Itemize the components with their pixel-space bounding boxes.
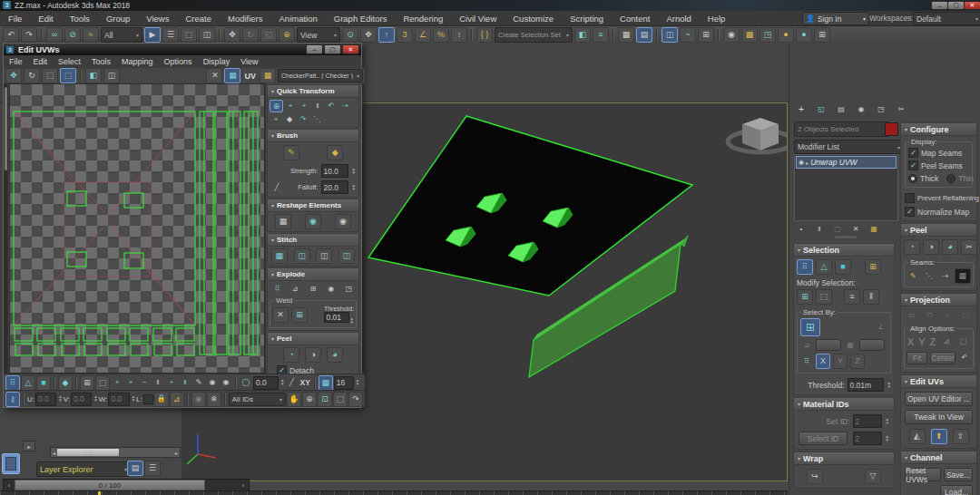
stitch-source-icon[interactable]: ◫	[316, 248, 332, 264]
brush-a-icon[interactable]: ◉	[206, 377, 219, 389]
object-name-field[interactable]: 2 Objects Selected	[794, 121, 889, 137]
rectangular-region-icon[interactable]: ⬚	[181, 27, 197, 43]
menu-edit[interactable]: Edit	[30, 12, 61, 25]
flatten-custom-icon[interactable]: ⠿	[270, 283, 283, 295]
axis-y-button[interactable]: Y	[833, 354, 848, 369]
rotate-cw-icon[interactable]: ↷	[297, 113, 309, 125]
menu-tools[interactable]: Tools	[62, 12, 98, 25]
menu-file[interactable]: File	[0, 12, 30, 25]
thin-radio[interactable]	[946, 174, 956, 183]
select-place-icon[interactable]: ⊕	[279, 27, 295, 43]
uvw-menu-select[interactable]: Select	[53, 56, 86, 67]
stitch-header[interactable]: ▾Stitch	[268, 234, 358, 247]
stitch-custom-icon[interactable]: ▦	[271, 248, 288, 264]
projection-header[interactable]: ▾Projection	[901, 294, 976, 306]
u-spinner[interactable]: 0.0	[35, 393, 56, 406]
menu-civil-view[interactable]: Civil View	[451, 12, 505, 25]
motion-tab[interactable]: ◉	[855, 103, 867, 115]
wrap-shield-icon[interactable]: ▽	[865, 469, 881, 484]
stitch-average-icon[interactable]: ◫	[294, 248, 310, 264]
window-crossing-icon[interactable]: ◫	[199, 27, 215, 43]
align-x-button[interactable]: X	[907, 336, 914, 347]
select-by-pivot-icon[interactable]: ⠿	[800, 355, 813, 367]
pin-stack-icon[interactable]: •	[795, 223, 808, 235]
break-icon[interactable]: ✕	[206, 68, 222, 83]
menu-rendering[interactable]: Rendering	[395, 12, 451, 25]
quick-peel-icon[interactable]: ◔	[904, 239, 920, 255]
vertex-mode-icon[interactable]: ⠿	[797, 259, 813, 275]
falloff-type-icon[interactable]: ╱	[285, 377, 298, 389]
align-normal-icon[interactable]: ⊿	[940, 335, 953, 347]
select-id-button[interactable]: Select ID	[799, 432, 848, 445]
quick-transform-header[interactable]: ▾Quick Transform	[268, 85, 358, 98]
uvw-minimize-button[interactable]: –	[306, 44, 323, 54]
select-scale-icon[interactable]: ◱	[260, 27, 277, 43]
linear-align-icon[interactable]: ◆	[283, 113, 296, 125]
spinner-snap-icon[interactable]: ↕	[451, 27, 467, 43]
layout-grid-icon[interactable]: ⊞	[814, 27, 830, 43]
normalize-map-checkbox[interactable]: ✓	[905, 207, 915, 217]
select-id-spinner[interactable]: 2	[853, 432, 882, 445]
uvw-close-button[interactable]: ✕	[342, 44, 359, 54]
brush-size-spinner[interactable]: 16	[334, 376, 354, 390]
uvw-menu-edit[interactable]: Edit	[28, 56, 54, 67]
uvw-menu-tools[interactable]: Tools	[86, 56, 116, 67]
reset-uvws-button[interactable]: Reset UVWs	[905, 468, 941, 481]
selection-filter-dropdown[interactable]: All▾	[101, 27, 142, 43]
edge-mode-icon[interactable]: △	[816, 259, 832, 275]
tweak-in-view-button[interactable]: Tweak In View	[905, 410, 973, 424]
paint-soft-select-icon[interactable]: ▦	[318, 375, 333, 391]
visibility-icon[interactable]: ◉	[799, 159, 804, 166]
face-mode-icon[interactable]: ■	[835, 259, 851, 275]
snap-toggle-icon[interactable]: 3	[397, 27, 413, 43]
menu-arnold[interactable]: Arnold	[658, 12, 699, 25]
align-pivot-icon[interactable]: ⊕	[270, 100, 283, 112]
v-spinner[interactable]: 0.0	[71, 393, 92, 406]
menu-animation[interactable]: Animation	[271, 12, 326, 25]
scroll-left-arrow[interactable]: ◂	[51, 450, 57, 456]
bind-spacewarp-icon[interactable]: ≈	[83, 27, 99, 43]
freeze-icon[interactable]: ❄	[207, 392, 221, 407]
falloff-spinner[interactable]: 20.0	[321, 180, 348, 194]
angle-snap-icon[interactable]: ∠	[415, 27, 431, 43]
modify-tab[interactable]: ◱	[815, 103, 828, 115]
material-ids-header[interactable]: ▾Material IDs	[794, 398, 894, 411]
checker-map-icon[interactable]: ▦	[260, 68, 276, 83]
align-view-icon[interactable]: ⬚	[957, 335, 970, 347]
reshape-header[interactable]: ▾Reshape Elements	[268, 199, 358, 212]
uvw-menu-view[interactable]: View	[235, 56, 263, 67]
named-selection-sets-icon[interactable]: { }	[476, 27, 493, 43]
sel-threshold-spinner[interactable]: 0.01m	[848, 378, 884, 392]
axis-z-button[interactable]: Z	[850, 354, 865, 369]
select-by-name-icon[interactable]: ☰	[162, 27, 179, 43]
hierarchy-tab[interactable]: ▤	[835, 103, 848, 115]
shrink-uv-icon[interactable]: ⬚	[95, 375, 110, 391]
lock-aspect-checkbox[interactable]	[143, 394, 153, 404]
make-unique-icon[interactable]: ▢	[831, 223, 844, 235]
move-brush-icon[interactable]: ✎	[283, 145, 299, 160]
uvw-snap-icon[interactable]: ◫	[103, 68, 120, 83]
edge-to-seam-icon[interactable]: ⇢	[938, 270, 951, 282]
weld-selected-icon[interactable]: ⊞	[291, 307, 308, 323]
wrap-cylinder-icon[interactable]: ↪	[807, 469, 823, 484]
checker-pattern-dropdown[interactable]: CheckerPatt.. ( Checker ) ▾	[278, 69, 363, 82]
menu-help[interactable]: Help	[700, 12, 734, 25]
fit-button[interactable]: Fit	[906, 352, 927, 364]
menu-scripting[interactable]: Scripting	[562, 12, 612, 25]
menu-content[interactable]: Content	[612, 12, 658, 25]
paint-select-icon[interactable]: +	[111, 377, 123, 389]
zoom-region-icon[interactable]: ⊡	[318, 392, 332, 407]
modifier-stack-row[interactable]: ◉ ▸ Unwrap UVW	[796, 156, 897, 169]
relax-icon[interactable]: ⇧	[953, 429, 969, 444]
explode-header[interactable]: ▾Explode	[268, 268, 358, 281]
pelt-icon[interactable]: ✂	[961, 239, 977, 255]
select-object-icon[interactable]: ▶	[144, 27, 161, 43]
flatten-polygon-icon[interactable]: ⊞	[307, 283, 319, 295]
canvas-scrollbar[interactable]	[4, 83, 8, 374]
modifier-list-dropdown[interactable]: Modifier List▾	[794, 140, 904, 154]
reset-projection-icon[interactable]: ↶	[958, 353, 971, 364]
prevent-reflattening-checkbox[interactable]	[905, 193, 915, 203]
display-tab[interactable]: ◳	[875, 103, 887, 115]
uvw-move-icon[interactable]: ✥	[5, 68, 22, 83]
menu-group[interactable]: Group	[98, 12, 138, 25]
